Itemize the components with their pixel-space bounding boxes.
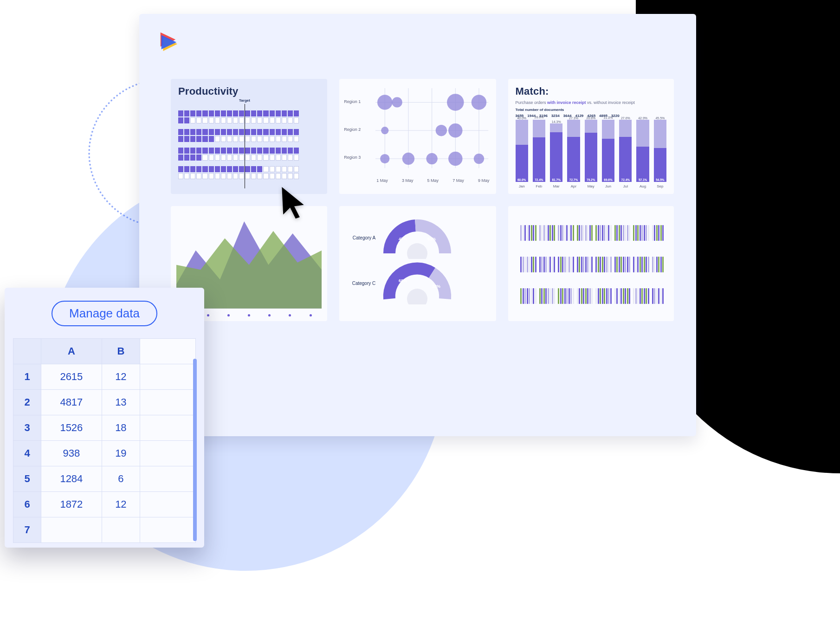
card-productivity[interactable]: Productivity Target xyxy=(171,79,327,194)
svg-point-14 xyxy=(472,95,486,110)
table-header[interactable]: B xyxy=(102,339,140,364)
table-cell[interactable]: 4 xyxy=(13,441,41,466)
manage-data-button[interactable]: Manage data xyxy=(52,301,157,326)
card-gauges[interactable]: Category A 47% 53% Category C xyxy=(339,206,496,321)
table-row[interactable]: 3152618 xyxy=(13,415,196,441)
table-cell[interactable]: 938 xyxy=(41,441,102,466)
match-title: Match: xyxy=(516,85,667,97)
table-cell[interactable] xyxy=(140,415,196,441)
bubble-x-axis: 1 May3 May5 May7 May9 May xyxy=(376,178,489,183)
card-match[interactable]: Match: Purchase orders with invoice rece… xyxy=(508,79,674,194)
gauge-label: Category C xyxy=(347,281,375,286)
totals-caption: Total number of documents xyxy=(516,108,667,112)
table-cell[interactable] xyxy=(140,441,196,466)
stacked-bars: 40.0%60.0%Jan28.6%72.4%Feb14.3%81.7%Mar2… xyxy=(516,120,667,182)
target-label: Target xyxy=(239,98,250,103)
table-row[interactable]: 6187212 xyxy=(13,492,196,517)
svg-point-26 xyxy=(407,289,427,304)
table-header[interactable] xyxy=(13,339,41,364)
table-cell[interactable]: 1284 xyxy=(41,466,102,492)
table-header[interactable]: A xyxy=(41,339,102,364)
bubble-plot xyxy=(375,88,488,173)
data-editor-popup: Manage data AB 1261512248171331526184938… xyxy=(5,288,204,548)
table-cell[interactable] xyxy=(41,517,102,543)
table-cell[interactable] xyxy=(140,364,196,390)
table-cell[interactable]: 12 xyxy=(102,492,140,517)
table-cell[interactable]: 18 xyxy=(102,415,140,441)
table-row[interactable]: 1261512 xyxy=(13,364,196,390)
table-cell[interactable]: 7 xyxy=(13,517,41,543)
svg-point-19 xyxy=(402,153,414,165)
bubble-row-label: Region 2 xyxy=(344,127,361,132)
table-cell[interactable]: 5 xyxy=(13,466,41,492)
barcode-strips xyxy=(516,213,667,316)
svg-point-13 xyxy=(447,94,464,110)
svg-text:32%: 32% xyxy=(432,284,440,289)
gauge-c: Category C 68% 32% xyxy=(347,262,488,304)
bubble-row-label: Region 3 xyxy=(344,155,361,160)
table-cell[interactable]: 1872 xyxy=(41,492,102,517)
table-cell[interactable]: 2 xyxy=(13,390,41,415)
svg-point-16 xyxy=(436,125,447,136)
waffle-chart xyxy=(178,110,320,179)
table-cell[interactable] xyxy=(140,390,196,415)
productivity-title: Productivity xyxy=(178,85,320,97)
table-cell[interactable]: 19 xyxy=(102,441,140,466)
data-table[interactable]: AB 1261512248171331526184938195128466187… xyxy=(13,338,196,543)
table-cell[interactable]: 6 xyxy=(102,466,140,492)
svg-point-23 xyxy=(407,243,427,259)
table-row[interactable]: 493819 xyxy=(13,441,196,466)
dashboard-window: Productivity Target Region 1 Region 2 Re… xyxy=(139,14,696,436)
scrollbar[interactable] xyxy=(193,359,197,541)
table-cell[interactable] xyxy=(140,466,196,492)
card-barcode[interactable] xyxy=(508,206,674,321)
svg-point-12 xyxy=(392,97,402,107)
svg-text:68%: 68% xyxy=(399,278,407,283)
app-logo-icon xyxy=(158,31,179,54)
table-cell[interactable] xyxy=(140,492,196,517)
table-cell[interactable]: 2615 xyxy=(41,364,102,390)
card-bubble[interactable]: Region 1 Region 2 Region 3 1 May3 May5 xyxy=(339,79,496,194)
table-cell[interactable]: 6 xyxy=(13,492,41,517)
svg-point-17 xyxy=(448,123,462,137)
table-cell[interactable]: 12 xyxy=(102,364,140,390)
table-cell[interactable] xyxy=(140,517,196,543)
svg-point-20 xyxy=(426,153,438,164)
table-cell[interactable]: 1526 xyxy=(41,415,102,441)
table-row[interactable]: 512846 xyxy=(13,466,196,492)
table-header[interactable] xyxy=(140,339,196,364)
table-cell[interactable]: 13 xyxy=(102,390,140,415)
table-cell[interactable] xyxy=(102,517,140,543)
svg-point-18 xyxy=(380,154,389,163)
gauge-a: Category A 47% 53% xyxy=(347,216,488,259)
gauge-label: Category A xyxy=(347,235,375,240)
svg-text:47%: 47% xyxy=(399,237,407,241)
svg-point-21 xyxy=(448,152,462,166)
match-subtitle: Purchase orders with invoice receipt vs.… xyxy=(516,100,667,105)
table-cell[interactable]: 1 xyxy=(13,364,41,390)
svg-point-15 xyxy=(381,127,388,134)
table-cell[interactable]: 4817 xyxy=(41,390,102,415)
svg-point-11 xyxy=(377,95,392,110)
bubble-row-label: Region 1 xyxy=(344,99,361,104)
svg-text:53%: 53% xyxy=(427,237,436,241)
table-cell[interactable]: 3 xyxy=(13,415,41,441)
table-row[interactable]: 7 xyxy=(13,517,196,543)
target-line xyxy=(245,104,245,188)
table-row[interactable]: 2481713 xyxy=(13,390,196,415)
svg-point-22 xyxy=(474,154,484,164)
